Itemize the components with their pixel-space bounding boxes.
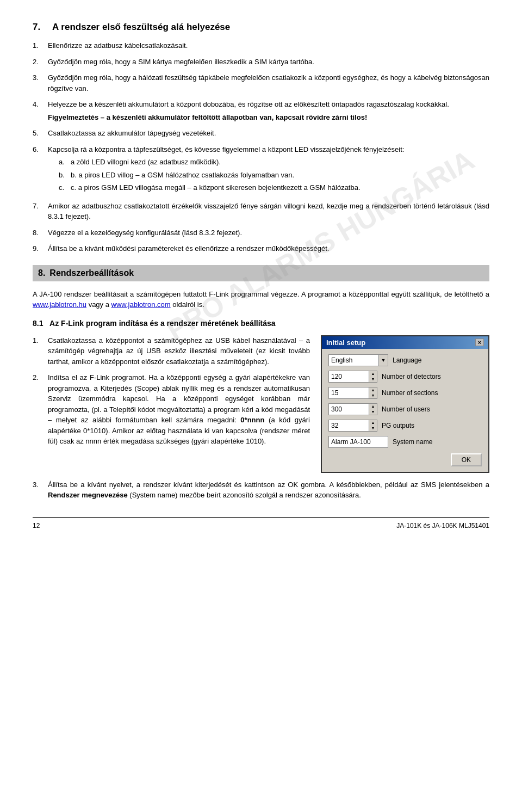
pg-outputs-increment[interactable]: ▲	[369, 420, 377, 426]
item-number: 2.	[33, 57, 48, 67]
dialog-box-container: Initial setup × English ▼ Language	[321, 335, 489, 473]
pg-outputs-decrement[interactable]: ▼	[369, 426, 377, 431]
sections-increment[interactable]: ▲	[369, 387, 377, 393]
item-text: Amikor az adatbuszhoz csatlakoztatott ér…	[48, 201, 489, 222]
link-jablotron-com[interactable]: www.jablotron.com	[111, 300, 171, 309]
list-item: 2. Győződjön meg róla, hogy a SIM kártya…	[33, 57, 489, 67]
sections-value: 15	[328, 387, 369, 399]
list-item: 1. Csatlakoztassa a középpontot a számít…	[33, 335, 310, 367]
section7-number: 7.	[33, 22, 48, 33]
users-spin-buttons[interactable]: ▲ ▼	[369, 403, 377, 415]
sub-list-item: a. a zöld LED villogni kezd (az adatbusz…	[59, 157, 489, 168]
language-field[interactable]: English ▼	[328, 354, 388, 366]
initial-setup-dialog: Initial setup × English ▼ Language	[321, 335, 489, 473]
item-number: 4.	[33, 99, 48, 122]
language-dropdown-arrow[interactable]: ▼	[378, 354, 388, 366]
system-name-field[interactable]: Alarm JA-100	[328, 436, 388, 448]
item-text: Győződjön meg róla, hogy a hálózati fesz…	[48, 72, 489, 94]
pg-outputs-spin-buttons[interactable]: ▲ ▼	[369, 420, 377, 432]
system-name-label: System name	[393, 438, 432, 446]
item-number: 1.	[33, 335, 48, 367]
dialog-ok-row: OK	[328, 453, 482, 466]
bold-text: Rendszer megnevezése	[48, 491, 128, 499]
dialog-row-sections: 15 ▲ ▼ Number of sections	[328, 387, 482, 399]
code-text: 0*nnnn	[240, 416, 264, 424]
item-text: Helyezze be a készenléti akkumulátort a …	[48, 99, 489, 122]
item-text: Állítsa be a kívánt nyelvet, a rendszer …	[48, 479, 489, 501]
item-text: Ellenőrizze az adatbusz kábelcsatlakozás…	[48, 40, 489, 51]
item-number: 7.	[33, 201, 48, 222]
list-item: 2. Indítsa el az F-Link programot. Ha a …	[33, 372, 310, 447]
list-item: 3. Állítsa be a kívánt nyelvet, a rendsz…	[33, 479, 489, 501]
list-item: 7. Amikor az adatbuszhoz csatlakoztatott…	[33, 201, 489, 222]
item-number: 3.	[33, 479, 48, 501]
item-number: 8.	[33, 227, 48, 238]
section8-intro-paragraph: A JA-100 rendszer beállításait a számító…	[33, 289, 489, 310]
users-field[interactable]: 300 ▲ ▼	[328, 403, 377, 415]
item-number: 3.	[33, 72, 48, 94]
item-number: 2.	[33, 372, 48, 447]
section81-heading: Az F-Link program indítása és a rendszer…	[49, 319, 275, 328]
item-number: 5.	[33, 128, 48, 139]
dialog-row-language: English ▼ Language	[328, 354, 482, 366]
item-text: Csatlakoztassa a középpontot a számítógé…	[48, 335, 310, 367]
section81-col-left: 1. Csatlakoztassa a középpontot a számít…	[33, 335, 310, 473]
list-item: 1. Ellenőrizze az adatbusz kábelcsatlako…	[33, 40, 489, 51]
page-footer: 12 JA-101K és JA-106K MLJ51401	[33, 517, 489, 530]
detectors-spin-buttons[interactable]: ▲ ▼	[369, 371, 377, 383]
pg-outputs-value: 32	[328, 420, 369, 432]
section7-heading: A rendszer első feszültség alá helyezése	[52, 22, 230, 33]
dialog-title: Initial setup	[326, 339, 365, 347]
dialog-content: English ▼ Language 120 ▲ ▼	[322, 349, 488, 472]
users-label: Number of users	[382, 405, 430, 413]
item-text: Indítsa el az F-Link programot. Ha a köz…	[48, 372, 310, 447]
detectors-decrement[interactable]: ▼	[369, 377, 377, 382]
detectors-label: Number of detectors	[382, 373, 441, 380]
section8-heading: Rendszerbeállítások	[49, 268, 134, 278]
link-jablotron-hu[interactable]: www.jablotron.hu	[33, 300, 86, 309]
pg-outputs-label: PG outputs	[382, 422, 414, 429]
item-number: 6.	[33, 144, 48, 195]
section8-header: 8. Rendszerbeállítások	[33, 265, 489, 281]
dialog-row-users: 300 ▲ ▼ Number of users	[328, 403, 482, 415]
item-number: 9.	[33, 243, 48, 254]
dialog-row-system-name: Alarm JA-100 System name	[328, 436, 482, 448]
item-text: Győződjön meg róla, hogy a SIM kártya me…	[48, 57, 489, 67]
section8-number: 8.	[38, 268, 45, 278]
sections-field[interactable]: 15 ▲ ▼	[328, 387, 377, 399]
sections-label: Number of sections	[382, 389, 438, 397]
list-item: 9. Állítsa be a kívánt működési paraméte…	[33, 243, 489, 254]
sections-spin-buttons[interactable]: ▲ ▼	[369, 387, 377, 399]
dialog-titlebar: Initial setup ×	[322, 336, 488, 349]
section81-number: 8.1	[33, 319, 43, 328]
language-label: Language	[393, 356, 421, 364]
users-increment[interactable]: ▲	[369, 404, 377, 409]
dialog-ok-button[interactable]: OK	[451, 453, 482, 466]
warning-text: Figyelmeztetés – a készenléti akkumuláto…	[48, 112, 489, 123]
dialog-row-pg-outputs: 32 ▲ ▼ PG outputs	[328, 420, 482, 432]
list-item: 3. Győződjön meg róla, hogy a hálózati f…	[33, 72, 489, 94]
language-value: English	[328, 354, 378, 366]
sections-decrement[interactable]: ▼	[369, 393, 377, 398]
detectors-field[interactable]: 120 ▲ ▼	[328, 371, 377, 383]
detectors-value: 120	[328, 371, 369, 383]
users-value: 300	[328, 403, 369, 415]
dialog-close-button[interactable]: ×	[475, 339, 484, 346]
list-item: 6. Kapcsolja rá a központra a tápfeszült…	[33, 144, 489, 195]
system-name-value: Alarm JA-100	[331, 438, 371, 446]
list-item: 8. Végezze el a kezelőegység konfigurálá…	[33, 227, 489, 238]
item-text: Kapcsolja rá a központra a tápfeszültség…	[48, 144, 489, 195]
sub-list-item: b. b. a piros LED villog – a GSM hálózat…	[59, 170, 489, 181]
list-item: 4. Helyezze be a készenléti akkumulátort…	[33, 99, 489, 122]
item-text: Állítsa be a kívánt működési paraméterek…	[48, 243, 489, 254]
dialog-row-detectors: 120 ▲ ▼ Number of detectors	[328, 371, 482, 383]
document-id: JA-101K és JA-106K MLJ51401	[396, 522, 489, 530]
item-number: 1.	[33, 40, 48, 51]
pg-outputs-field[interactable]: 32 ▲ ▼	[328, 420, 377, 432]
users-decrement[interactable]: ▼	[369, 409, 377, 415]
item-text: Végezze el a kezelőegység konfigurálását…	[48, 227, 489, 238]
detectors-increment[interactable]: ▲	[369, 371, 377, 377]
page-number: 12	[33, 522, 40, 530]
sub-list-item: c. c. a piros GSM LED villogása megáll –…	[59, 182, 489, 193]
list-item: 5. Csatlakoztassa az akkumulátor tápegys…	[33, 128, 489, 139]
